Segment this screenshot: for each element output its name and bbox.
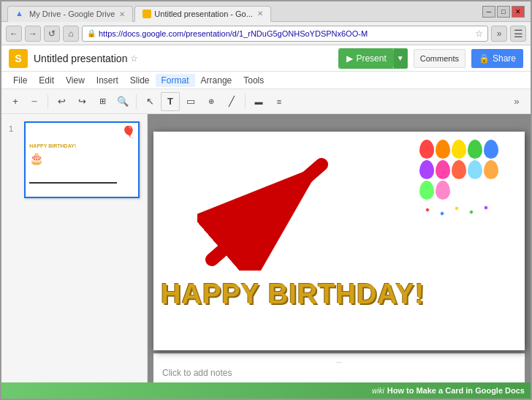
toolbar-separator-2 — [136, 94, 137, 109]
thumb-balloons: 🎈 — [121, 125, 136, 139]
undo-button[interactable]: ↩ — [52, 92, 71, 111]
address-bar: ← → ↺ ⌂ 🔒 https://docs.google.com/presen… — [1, 22, 531, 45]
toolbar-separator-1 — [48, 94, 48, 109]
title-bar: ▲ My Drive - Google Drive ✕ Untitled pre… — [1, 1, 531, 22]
zoom-button[interactable]: 🔍 — [113, 92, 132, 111]
balloon-coral — [452, 160, 466, 179]
present-label: Present — [356, 53, 386, 64]
tab-bar: ▲ My Drive - Google Drive ✕ Untitled pre… — [7, 1, 273, 22]
browser-menu-button[interactable]: ☰ — [510, 26, 526, 42]
birthday-text-content: HAPPY BIRTHDAY! — [161, 279, 422, 310]
maximize-button[interactable]: □ — [497, 6, 510, 18]
extensions-button[interactable]: » — [491, 26, 507, 42]
menu-view[interactable]: View — [60, 74, 91, 87]
balloon-lightblue — [468, 160, 482, 179]
menu-format[interactable]: Format — [156, 74, 195, 87]
thumb-birthday-text: HAPPY BIRTHDAY! — [29, 143, 134, 148]
home-button[interactable]: ⌂ — [63, 26, 79, 42]
menu-bar: File Edit View Insert Slide Format Arran… — [1, 72, 531, 89]
image-tool[interactable]: ⊕ — [202, 92, 221, 111]
balloon-lime — [419, 181, 434, 200]
balloon-amber — [484, 160, 498, 179]
close-button[interactable]: ✕ — [512, 6, 525, 18]
print-button[interactable]: ⊞ — [93, 92, 112, 111]
browser-window: ▲ My Drive - Google Drive ✕ Untitled pre… — [0, 0, 532, 400]
presentation-title[interactable]: Untitled presentation — [34, 53, 127, 64]
wikihow-prefix: wiki — [372, 387, 384, 395]
notes-placeholder: Click to add notes — [162, 368, 232, 378]
present-button-group: ▶ Present ▼ — [338, 48, 407, 69]
zoom-out-button[interactable]: ─ — [25, 92, 44, 111]
menu-slide[interactable]: Slide — [124, 74, 156, 87]
slides-title-area: Untitled presentation ☆ — [34, 53, 138, 64]
shape-tool[interactable]: ▭ — [181, 92, 200, 111]
tab-google-drive[interactable]: ▲ My Drive - Google Drive ✕ — [7, 6, 133, 22]
slides-logo: S — [9, 49, 28, 68]
share-lock-icon: 🔒 — [479, 53, 490, 64]
toolbar-collapse[interactable]: » — [507, 92, 526, 111]
present-dropdown[interactable]: ▼ — [394, 49, 407, 68]
refresh-button[interactable]: ↺ — [44, 26, 60, 42]
tab-presentation-label: Untitled presentation - Go... — [154, 10, 253, 18]
back-button[interactable]: ← — [6, 26, 22, 42]
balloon-lightpink — [436, 181, 450, 200]
arrow-svg — [197, 146, 351, 271]
menu-file[interactable]: File — [7, 74, 33, 87]
confetti — [419, 205, 514, 227]
thumb-content: HAPPY BIRTHDAY! 🎂 — [29, 143, 134, 165]
balloon-blue — [484, 140, 498, 159]
comments-button[interactable]: Comments — [414, 49, 466, 68]
red-arrow — [197, 146, 351, 273]
balloon-pink — [436, 160, 450, 179]
drive-favicon: ▲ — [15, 9, 26, 19]
zoom-in-button[interactable]: + — [6, 92, 25, 111]
balloon-yellow — [452, 140, 466, 159]
line-tool[interactable]: ╱ — [222, 92, 241, 111]
redo-button[interactable]: ↪ — [72, 92, 91, 111]
share-label: Share — [493, 53, 516, 64]
canvas-area: HAPPY BIRTHDAY! ··· Click to add notes — [148, 114, 531, 382]
menu-edit[interactable]: Edit — [33, 74, 60, 87]
tab-presentation-close[interactable]: ✕ — [257, 10, 263, 18]
menu-arrange[interactable]: Arrange — [195, 74, 238, 87]
menu-insert[interactable]: Insert — [91, 74, 124, 87]
toolbar-separator-3 — [245, 94, 246, 109]
balloon-orange — [436, 140, 450, 159]
tab-presentation[interactable]: Untitled presentation - Go... ✕ — [134, 6, 271, 22]
slides-panel: 1 🎈 HAPPY BIRTHDAY! 🎂 — [1, 114, 148, 382]
slide-thumbnail-1[interactable]: 🎈 HAPPY BIRTHDAY! 🎂 — [24, 121, 140, 198]
url-text: https://docs.google.com/presentation/d/1… — [99, 29, 475, 38]
balloons-decoration — [419, 139, 514, 227]
share-button[interactable]: 🔒 Share — [471, 49, 523, 68]
slide-canvas[interactable]: HAPPY BIRTHDAY! — [153, 132, 525, 350]
star-icon[interactable]: ☆ — [130, 53, 138, 64]
main-area: 1 🎈 HAPPY BIRTHDAY! 🎂 — [1, 114, 531, 382]
balloon-red — [419, 140, 434, 159]
notes-dots: ··· — [162, 358, 516, 366]
thumb-cake: 🎂 — [29, 151, 134, 165]
slides-header-right: ▶ Present ▼ Comments 🔒 Share — [338, 48, 523, 69]
wikihow-label: How to Make a Card in Google Docs — [387, 386, 525, 395]
forward-button[interactable]: → — [25, 26, 41, 42]
toolbar: + ─ ↩ ↪ ⊞ 🔍 ↖ T ▭ ⊕ ╱ ▬ ≡ » — [1, 89, 531, 114]
menu-tools[interactable]: Tools — [238, 74, 270, 87]
balloon-purple — [419, 160, 434, 179]
logo-letter: S — [15, 53, 21, 64]
tab-drive-close[interactable]: ✕ — [119, 10, 125, 18]
notes-separator — [153, 120, 525, 129]
present-button[interactable]: ▶ Present — [339, 49, 393, 68]
layout-tool[interactable]: ≡ — [270, 92, 289, 111]
birthday-text: HAPPY BIRTHDAY! — [161, 279, 422, 310]
text-tool[interactable]: T — [161, 92, 180, 111]
balloon-group — [419, 139, 514, 200]
tool-group-zoom: + ─ — [6, 92, 44, 111]
minimize-button[interactable]: ─ — [482, 6, 495, 18]
wikihow-bar: wiki How to Make a Card in Google Docs — [1, 382, 531, 399]
select-tool[interactable]: ↖ — [140, 92, 159, 111]
comment-tool[interactable]: ▬ — [249, 92, 268, 111]
bookmark-icon[interactable]: ☆ — [475, 29, 483, 39]
url-bar[interactable]: 🔒 https://docs.google.com/presentation/d… — [82, 26, 488, 42]
notes-area[interactable]: ··· Click to add notes — [153, 353, 525, 382]
balloon-green — [468, 140, 482, 159]
lock-icon: 🔒 — [87, 29, 96, 37]
